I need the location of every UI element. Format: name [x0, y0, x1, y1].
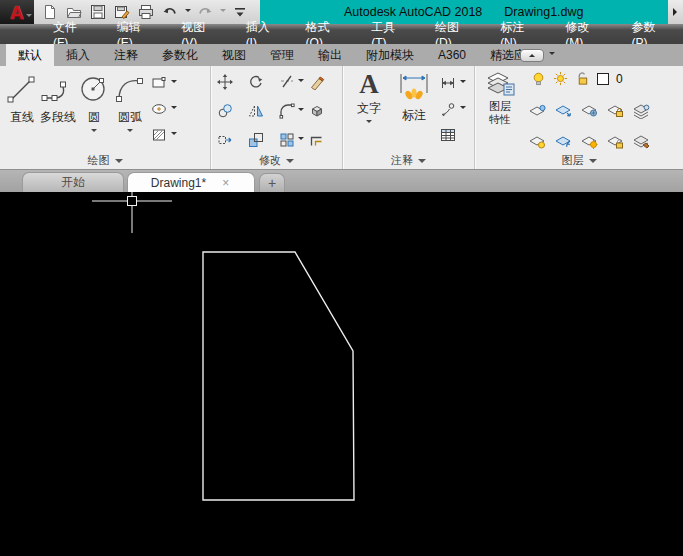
text-button[interactable]: A 文字 [347, 66, 391, 152]
rotate-button[interactable] [248, 70, 277, 93]
ribbon-tab-addins[interactable]: 附加模块 [354, 44, 426, 66]
ellipse-flyout-icon[interactable] [171, 106, 177, 112]
table-button[interactable] [437, 126, 469, 144]
copy-button[interactable] [217, 99, 246, 122]
ribbon-tab-a360[interactable]: A360 [426, 44, 478, 66]
linear-dimension-button[interactable] [437, 74, 469, 92]
text-icon: A [359, 71, 379, 98]
crosshair-cursor [92, 192, 172, 233]
file-tab-bar: 开始 Drawing1* × + [0, 170, 683, 192]
draw-panel-label[interactable]: 绘图 [0, 152, 210, 169]
layer-isolate-icon[interactable] [555, 104, 572, 119]
drawing-canvas[interactable] [0, 192, 683, 556]
stretch-button[interactable] [217, 129, 246, 152]
layer-freeze-icon[interactable] [581, 104, 598, 119]
arc-label: 圆弧 [118, 109, 142, 126]
array-flyout-icon[interactable] [298, 137, 304, 143]
offset-button[interactable] [309, 129, 338, 152]
layer-properties-button[interactable]: 图层 特性 [479, 66, 521, 152]
ribbon-tab-home[interactable]: 默认 [6, 44, 54, 66]
ribbon-tab-insert[interactable]: 插入 [54, 44, 102, 66]
ribbon-tab-output[interactable]: 输出 [306, 44, 354, 66]
circle-label: 圆 [88, 109, 100, 126]
layer-thaw-icon[interactable] [581, 135, 598, 150]
leader-button[interactable] [437, 100, 469, 118]
dimension-button[interactable]: 标注 [391, 66, 437, 152]
fillet-button[interactable] [279, 99, 308, 122]
ribbon-tab-annotate[interactable]: 注释 [102, 44, 150, 66]
draw-panel: 直线 多段线 圆 [0, 66, 211, 169]
copy-icon [217, 103, 233, 119]
drawn-polyline-shape[interactable] [203, 252, 354, 500]
text-flyout-icon[interactable] [366, 120, 372, 126]
application-menu-button[interactable]: A [0, 0, 34, 24]
file-tab-drawing1[interactable]: Drawing1* × [127, 172, 255, 192]
array-button[interactable] [279, 129, 308, 152]
layer-selector[interactable]: 0 [527, 70, 650, 87]
file-tab-start[interactable]: 开始 [22, 172, 124, 192]
layer-on-icon[interactable] [529, 135, 546, 150]
fillet-flyout-icon[interactable] [298, 108, 304, 114]
erase-icon [309, 74, 325, 90]
hatch-icon [151, 127, 167, 143]
layer-unlock-tool-icon[interactable] [607, 135, 624, 150]
arc-icon [112, 71, 148, 107]
trim-flyout-icon[interactable] [298, 79, 304, 85]
hatch-button[interactable] [148, 126, 180, 144]
layer-unisolate-icon[interactable] [555, 135, 572, 150]
leader-flyout-icon[interactable] [460, 106, 466, 112]
linear-dimension-flyout-icon[interactable] [460, 80, 466, 86]
ribbon-collapse-dropdown-icon[interactable] [549, 52, 555, 58]
polyline-label: 多段线 [40, 109, 76, 126]
circle-flyout-icon[interactable] [91, 129, 97, 135]
plus-icon: + [268, 175, 276, 191]
undo-dropdown-icon[interactable] [185, 9, 191, 15]
erase-button[interactable] [309, 70, 338, 93]
text-label: 文字 [357, 100, 381, 117]
chevron-up-icon [529, 51, 535, 57]
linear-dimension-icon [440, 75, 456, 91]
chevron-down-icon [26, 14, 32, 20]
layer-match-icon[interactable] [633, 104, 650, 119]
line-label: 直线 [10, 109, 34, 126]
layer-panel-label[interactable]: 图层 [475, 152, 683, 169]
arc-button[interactable]: 圆弧 [112, 66, 148, 152]
layer-unlock-icon [575, 71, 590, 86]
layer-lock-icon[interactable] [607, 104, 624, 119]
layer-properties-label-1: 图层 [489, 100, 511, 113]
layer-off-icon[interactable] [529, 104, 546, 119]
new-drawing-tab-button[interactable]: + [259, 173, 285, 192]
fillet-icon [279, 103, 295, 119]
stretch-icon [217, 132, 233, 148]
close-tab-icon[interactable]: × [220, 176, 231, 190]
mirror-icon [248, 103, 264, 119]
move-button[interactable] [217, 70, 246, 93]
ribbon-tab-parametric[interactable]: 参数化 [150, 44, 210, 66]
layer-walk-icon[interactable] [633, 135, 650, 150]
polyline-button[interactable]: 多段线 [40, 66, 76, 152]
ellipse-button[interactable] [148, 100, 180, 118]
redo-dropdown-icon[interactable] [220, 9, 226, 15]
circle-button[interactable]: 圆 [76, 66, 112, 152]
ribbon-collapse-button[interactable] [520, 49, 544, 62]
layer-thaw-sun-icon [553, 71, 568, 86]
modify-panel-label[interactable]: 修改 [211, 152, 342, 169]
explode-button[interactable] [309, 99, 338, 122]
annotate-panel-label[interactable]: 注释 [343, 152, 474, 169]
rotate-icon [248, 74, 264, 90]
rectangle-flyout-icon[interactable] [171, 80, 177, 86]
mirror-button[interactable] [248, 99, 277, 122]
line-button[interactable]: 直线 [4, 66, 40, 152]
ribbon-tab-view[interactable]: 视图 [210, 44, 258, 66]
layer-properties-label-2: 特性 [489, 113, 511, 126]
scale-button[interactable] [248, 129, 277, 152]
arc-flyout-icon[interactable] [127, 129, 133, 135]
trim-button[interactable] [279, 70, 308, 93]
layer-tools-row-2 [527, 135, 650, 150]
dimension-label: 标注 [402, 107, 426, 124]
leader-icon [440, 101, 456, 117]
rectangle-button[interactable] [148, 74, 180, 92]
hatch-flyout-icon[interactable] [171, 132, 177, 138]
pickbox [128, 197, 137, 206]
ribbon-tab-manage[interactable]: 管理 [258, 44, 306, 66]
